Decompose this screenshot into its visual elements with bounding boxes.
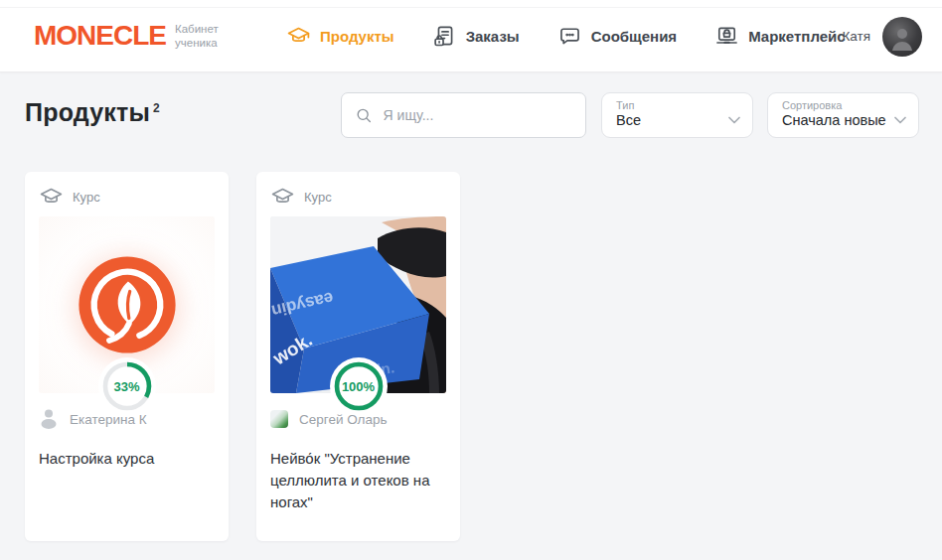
orders-icon <box>432 24 457 49</box>
top-navigation-bar: MONECLE Кабинет ученика Продукты <box>0 0 942 72</box>
course-progress-circle: 33% <box>98 357 156 415</box>
product-card-course-setup[interactable]: Курс 33% Екатерина К Н <box>25 172 229 541</box>
user-avatar[interactable] <box>882 17 922 57</box>
logo-wordmark: MONECLE <box>34 22 166 50</box>
nav-item-messages[interactable]: Сообщения <box>557 24 677 49</box>
course-title: Нейво́к "Устранение целлюлита и отеков н… <box>270 448 446 512</box>
course-title: Настройка курса <box>39 448 215 470</box>
card-type-label: Курс <box>73 190 100 205</box>
nav-item-orders[interactable]: Заказы <box>432 24 520 49</box>
sort-value: Сначала новые <box>782 112 886 128</box>
search-icon <box>356 106 373 125</box>
page-title: Продукты2 <box>25 98 160 126</box>
avatar-person-icon <box>889 25 915 51</box>
marketplace-icon <box>714 24 739 49</box>
progress-percent: 33% <box>113 379 139 394</box>
nav-item-products[interactable]: Продукты <box>286 24 394 49</box>
chevron-down-icon <box>728 116 740 124</box>
card-type-row: Курс <box>39 186 215 208</box>
search-box[interactable] <box>341 92 586 138</box>
graduation-cap-icon <box>286 24 311 49</box>
type-filter-value: Все <box>616 112 641 128</box>
nav-item-marketplace[interactable]: Маркетплейс <box>714 24 845 49</box>
card-type-label: Курс <box>304 190 332 205</box>
logo[interactable]: MONECLE Кабинет ученика <box>34 22 219 51</box>
graduation-cap-icon <box>39 185 64 210</box>
author-placeholder-icon <box>39 408 59 430</box>
search-input[interactable] <box>384 107 571 123</box>
user-name: Катя <box>842 29 870 44</box>
chevron-down-icon <box>894 116 906 124</box>
products-count: 2 <box>153 101 160 115</box>
user-menu[interactable]: Катя <box>842 0 922 72</box>
flame-leaf-logo <box>74 251 181 358</box>
progress-percent: 100% <box>342 379 375 394</box>
page-title-row: Продукты2 <box>25 98 160 127</box>
course-progress-circle: 100% <box>330 357 388 415</box>
messages-icon <box>557 24 582 49</box>
type-filter-label: Тип <box>616 99 740 111</box>
main-nav: Продукты Заказы Соо <box>286 0 846 72</box>
type-filter-dropdown[interactable]: Тип Все <box>601 92 753 138</box>
sort-dropdown[interactable]: Сортировка Сначала новые <box>767 92 919 138</box>
card-type-row: Курс <box>270 186 446 208</box>
author-avatar <box>270 410 288 428</box>
app-window: MONECLE Кабинет ученика Продукты <box>0 0 942 560</box>
sort-label: Сортировка <box>782 99 906 111</box>
logo-subtitle: Кабинет ученика <box>175 22 219 51</box>
product-card-neivok[interactable]: Курс easydin. <box>256 172 460 541</box>
graduation-cap-icon <box>270 185 295 210</box>
